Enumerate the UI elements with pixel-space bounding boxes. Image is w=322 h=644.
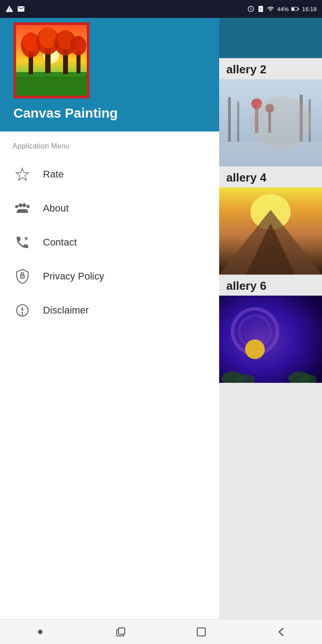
contact-label: Contact — [43, 237, 77, 248]
status-bar-left — [5, 5, 25, 13]
recent-apps-icon — [115, 626, 127, 638]
svg-rect-53 — [119, 628, 125, 634]
svg-rect-4 — [255, 106, 258, 133]
svg-rect-12 — [309, 99, 311, 142]
svg-rect-8 — [219, 142, 322, 166]
alarm-icon — [247, 5, 254, 13]
privacy-icon — [13, 267, 32, 286]
recent-apps-button[interactable] — [107, 623, 134, 641]
disclaimer-icon — [13, 301, 32, 320]
svg-point-45 — [15, 205, 18, 208]
svg-point-42 — [19, 203, 23, 208]
status-bar: 44% 16:18 — [0, 0, 322, 18]
about-icon — [13, 199, 32, 218]
svg-rect-6 — [268, 110, 271, 133]
gallery-panel: allery 2 — [219, 18, 322, 619]
home-button[interactable] — [188, 623, 215, 641]
logo-scene — [16, 25, 87, 96]
contact-icon — [13, 233, 32, 252]
svg-point-41 — [70, 36, 86, 55]
disclaimer-label: Disclaimer — [43, 305, 89, 316]
about-label: About — [43, 203, 69, 214]
gallery-title: allery 2 — [219, 58, 322, 79]
drawer-body: Application Menu Rate — [0, 131, 219, 644]
svg-rect-9 — [228, 97, 231, 142]
back-icon — [276, 626, 288, 638]
svg-rect-54 — [197, 628, 205, 636]
app-logo — [13, 22, 89, 98]
clock: 16:18 — [302, 6, 317, 13]
status-bar-right: 44% 16:18 — [247, 5, 317, 13]
dot-icon — [38, 630, 42, 634]
list-item[interactable]: allery 4 — [219, 166, 322, 275]
bottom-navigation — [0, 619, 322, 644]
warning-icon — [5, 5, 13, 13]
section-label: Application Menu — [0, 139, 219, 157]
gallery-image-2 — [219, 79, 322, 166]
home-icon — [195, 626, 207, 638]
back-button[interactable] — [268, 623, 295, 641]
svg-point-46 — [25, 237, 26, 239]
svg-point-7 — [265, 104, 274, 113]
battery-icon — [291, 6, 299, 12]
list-item[interactable]: allery 2 — [219, 58, 322, 166]
svg-rect-30 — [16, 76, 87, 96]
svg-point-5 — [251, 98, 262, 109]
svg-point-43 — [22, 203, 26, 208]
rate-label: Rate — [43, 169, 64, 180]
svg-rect-11 — [300, 95, 303, 142]
privacy-label: Privacy Policy — [43, 271, 104, 282]
signal-icon — [267, 5, 274, 13]
svg-point-48 — [22, 276, 23, 277]
rate-icon — [13, 165, 32, 184]
gallery-title: allery 6 — [219, 275, 322, 296]
menu-item-rate[interactable]: Rate — [0, 157, 219, 191]
notification-icon — [17, 5, 25, 13]
svg-rect-2 — [298, 8, 299, 10]
menu-dot-button[interactable] — [27, 623, 54, 641]
svg-point-20 — [245, 339, 265, 359]
drawer-header: Canvas Painting — [0, 0, 219, 131]
gallery-title: allery 4 — [219, 166, 322, 187]
sim-icon — [257, 5, 264, 13]
svg-point-38 — [39, 27, 57, 48]
gallery-image-6 — [219, 296, 322, 383]
menu-item-about[interactable]: About — [0, 191, 219, 225]
menu-item-contact[interactable]: Contact — [0, 225, 219, 259]
svg-rect-10 — [237, 102, 239, 142]
battery-percent: 44% — [277, 6, 288, 13]
navigation-drawer: Canvas Painting Application Menu Rate — [0, 0, 219, 644]
svg-rect-1 — [292, 8, 295, 10]
gallery-image-4 — [219, 187, 322, 275]
list-item[interactable]: allery 6 — [219, 275, 322, 383]
menu-item-disclaimer[interactable]: Disclaimer — [0, 293, 219, 327]
gallery-header-bg — [219, 18, 322, 58]
menu-item-privacy[interactable]: Privacy Policy — [0, 259, 219, 293]
svg-point-44 — [26, 205, 30, 208]
app-name: Canvas Painting — [13, 106, 118, 121]
